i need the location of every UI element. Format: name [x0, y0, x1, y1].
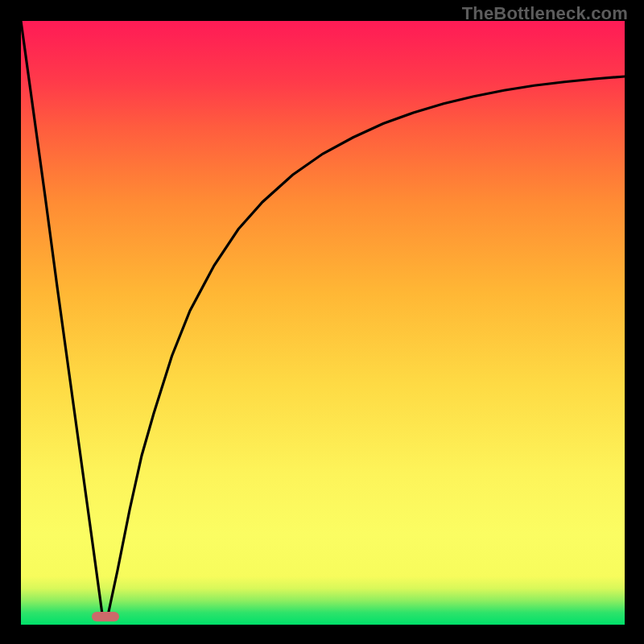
- curve-left-branch: [21, 21, 102, 616]
- curve-right-branch: [109, 76, 625, 613]
- bottleneck-marker: [92, 612, 119, 621]
- chart-curves: [21, 21, 625, 625]
- chart-frame: TheBottleneck.com: [0, 0, 644, 644]
- watermark-text: TheBottleneck.com: [462, 3, 628, 24]
